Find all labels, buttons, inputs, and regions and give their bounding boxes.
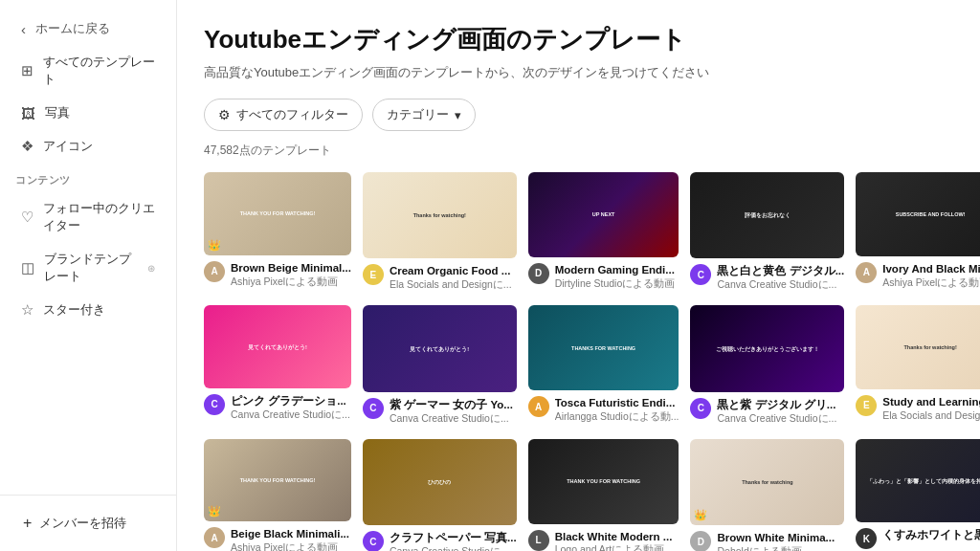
thumb-overlay-text: 「ふわっ」と「影響」として内積的身体を持つ！ <box>865 475 980 486</box>
template-name: Ivory And Black Mi... <box>882 262 980 276</box>
template-name: Beige Black Minimali... <box>231 527 349 541</box>
template-thumbnail: Thanks for watching! <box>363 172 517 258</box>
sidebar-item-all-templates[interactable]: ⊞ すべてのテンプレート <box>6 46 170 96</box>
template-author: Canva Creative Studioに... <box>717 412 836 426</box>
template-avatar: L <box>528 530 549 551</box>
template-author: Ashiya Pixelによる動画 <box>231 276 351 289</box>
sidebar-label-starred: スター付き <box>43 301 105 319</box>
thumb-inner: ご視聴いただきありがとうございます！ <box>690 305 844 391</box>
template-text: Brown White Minima... Deholdによる動画 <box>717 531 835 551</box>
template-card[interactable]: 評価をお忘れなく C 黒と白と黄色 デジタル... Canva Creative… <box>690 172 844 292</box>
template-info: L Black White Modern ... Logo and Artによる… <box>528 530 679 551</box>
sidebar-item-starred[interactable]: ☆ スター付き <box>6 294 170 326</box>
sidebar-label-all-templates: すべてのテンプレート <box>43 54 155 88</box>
sidebar-label-photos: 写真 <box>45 104 70 121</box>
thumb-overlay-text: SUBSCRIBE AND FOLLOW! <box>894 209 968 219</box>
template-card[interactable]: UP NEXT D Modern Gaming Endi... Dirtylin… <box>528 172 679 292</box>
sidebar-item-following[interactable]: ♡ フォロー中のクリエイター <box>6 192 170 242</box>
template-text: Beige Black Minimali... Ashiya Pixelによる動… <box>231 527 349 551</box>
sidebar-item-icons[interactable]: ❖ アイコン <box>6 130 170 163</box>
grid-icon: ⊞ <box>21 62 33 79</box>
thumb-inner: THANK YOU FOR WATCHING! 👑 <box>204 172 351 255</box>
thumb-overlay-text: THANK YOU FOR WATCHING! <box>238 209 318 218</box>
template-info: A Ivory And Black Mi... Ashiya Pixelによる動… <box>856 262 980 290</box>
thumb-inner: ひのひの <box>363 439 517 525</box>
template-card[interactable]: Thanks for watching! E Cream Organic Foo… <box>363 172 517 292</box>
sidebar-nav: ‹ ホームに戻る ⊞ すべてのテンプレート 🖼 写真 ❖ アイコン コンテンツ … <box>0 0 176 495</box>
template-text: Ivory And Black Mi... Ashiya Pixelによる動画 <box>882 262 980 290</box>
template-author: Canva Creative Studioに... <box>390 545 517 551</box>
back-label: ホームに戻る <box>35 20 110 37</box>
template-card[interactable]: THANKS FOR WATCHING A Tosca Futuristic E… <box>528 305 679 425</box>
sidebar-section-content: コンテンツ <box>0 164 176 191</box>
template-info: C クラフトペーパー 写真... Canva Creative Studioに.… <box>363 531 517 551</box>
filter-button[interactable]: ⚙ すべてのフィルター <box>204 99 363 131</box>
thumb-overlay-text: THANK YOU FOR WATCHING! <box>238 475 318 485</box>
thumb-inner: 評価をお忘れなく <box>690 172 844 258</box>
template-card[interactable]: THANK YOU FOR WATCHING! 👑 A Beige Black … <box>204 439 351 551</box>
page-title: Youtubeエンディング画面のテンプレート <box>204 23 953 56</box>
template-author: Ashiya Pixelによる動画 <box>882 276 980 290</box>
thumb-overlay-text: Thanks for watching! <box>412 210 468 220</box>
thumb-overlay-text: Thanks for watching! <box>902 342 958 352</box>
template-text: Cream Organic Food ... Ela Socials and D… <box>390 264 512 292</box>
filter-icon: ⚙ <box>218 107 231 122</box>
template-info: A Brown Beige Minimal... Ashiya Pixelによる… <box>204 261 351 289</box>
template-avatar: E <box>363 264 384 285</box>
template-thumbnail: ひのひの <box>363 439 517 525</box>
template-thumbnail: Thanks for watching! <box>856 305 980 389</box>
thumb-overlay-text: Thanks for watching <box>740 477 794 487</box>
thumb-inner: Thanks for watching! <box>363 172 517 258</box>
template-card[interactable]: THANK YOU FOR WATCHING L Black White Mod… <box>528 439 679 551</box>
template-card[interactable]: THANK YOU FOR WATCHING! 👑 A Brown Beige … <box>204 172 351 292</box>
template-name: 紫 ゲーマー 女の子 Yo... <box>390 398 513 412</box>
template-info: D Brown White Minima... Deholdによる動画 <box>690 531 844 551</box>
template-info: A Tosca Futuristic Endi... Airlangga Stu… <box>528 396 679 424</box>
template-card[interactable]: ひのひの C クラフトペーパー 写真... Canva Creative Stu… <box>363 439 517 551</box>
template-card[interactable]: 見てくれてありがとう! C 紫 ゲーマー 女の子 Yo... Canva Cre… <box>363 305 517 425</box>
thumb-inner: 見てくれてありがとう! <box>363 305 517 391</box>
template-thumbnail: SUBSCRIBE AND FOLLOW! <box>856 172 980 256</box>
filters-row: ⚙ すべてのフィルター カテゴリー ▾ <box>204 99 953 131</box>
thumb-overlay-text: 見てくれてありがとう! <box>408 343 471 354</box>
sidebar-item-photos[interactable]: 🖼 写真 <box>6 97 170 129</box>
template-thumbnail: 見てくれてありがとう! <box>363 305 517 391</box>
category-label: カテゴリー <box>387 106 449 123</box>
template-info: K くすみホワイトと黒... <box>856 528 980 549</box>
filter-label: すべてのフィルター <box>236 106 348 123</box>
sidebar-item-brand[interactable]: ◫ ブランドテンプレート ⊛ <box>6 243 170 293</box>
template-name: 黒と紫 デジタル グリ... <box>717 398 836 412</box>
template-avatar: A <box>204 261 225 282</box>
template-card[interactable]: 見てくれてありがとう! C ピンク グラデーショ... Canva Creati… <box>204 305 351 425</box>
template-card[interactable]: Thanks for watching 👑 D Brown White Mini… <box>690 439 844 551</box>
sidebar-label-icons: アイコン <box>43 138 93 155</box>
template-card[interactable]: ご視聴いただきありがとうございます！ C 黒と紫 デジタル グリ... Canv… <box>690 305 844 425</box>
thumb-overlay-text: UP NEXT <box>590 209 617 219</box>
template-thumbnail: UP NEXT <box>528 172 679 257</box>
sidebar-back[interactable]: ‹ ホームに戻る <box>6 12 170 45</box>
template-avatar: C <box>690 398 711 419</box>
template-thumbnail: 評価をお忘れなく <box>690 172 844 258</box>
sidebar-bottom: + メンバーを招待 <box>0 495 176 551</box>
template-text: Black White Modern ... Logo and Artによる動画 <box>555 530 673 551</box>
crown-badge: 👑 <box>208 505 221 518</box>
template-author: Deholdによる動画 <box>717 545 835 551</box>
thumb-inner: UP NEXT <box>528 172 679 257</box>
template-name: Modern Gaming Endi... <box>555 263 676 277</box>
template-card[interactable]: Thanks for watching! E Study and Learnin… <box>856 305 980 425</box>
template-card[interactable]: SUBSCRIBE AND FOLLOW! A Ivory And Black … <box>856 172 980 292</box>
template-text: 黒と紫 デジタル グリ... Canva Creative Studioに... <box>717 398 836 426</box>
page-subtitle: 高品質なYoutubeエンディング画面のテンプレートから、次のデザインを見つけて… <box>204 64 953 81</box>
thumb-overlay-text: THANK YOU FOR WATCHING <box>565 476 642 486</box>
template-card[interactable]: 「ふわっ」と「影響」として内積的身体を持つ！ K くすみホワイトと黒... <box>856 439 980 551</box>
template-author: Airlangga Studioによる動... <box>555 410 679 424</box>
invite-button[interactable]: + メンバーを招待 <box>11 507 165 540</box>
template-thumbnail: ご視聴いただきありがとうございます！ <box>690 305 844 391</box>
template-author: Logo and Artによる動画 <box>555 543 673 551</box>
category-button[interactable]: カテゴリー ▾ <box>372 99 476 131</box>
template-name: ピンク グラデーショ... <box>231 394 350 408</box>
template-avatar: A <box>204 527 225 548</box>
template-avatar: D <box>690 531 711 551</box>
template-info: A Beige Black Minimali... Ashiya Pixelによ… <box>204 527 351 551</box>
template-author: Dirtyline Studioによる動画 <box>555 277 676 291</box>
